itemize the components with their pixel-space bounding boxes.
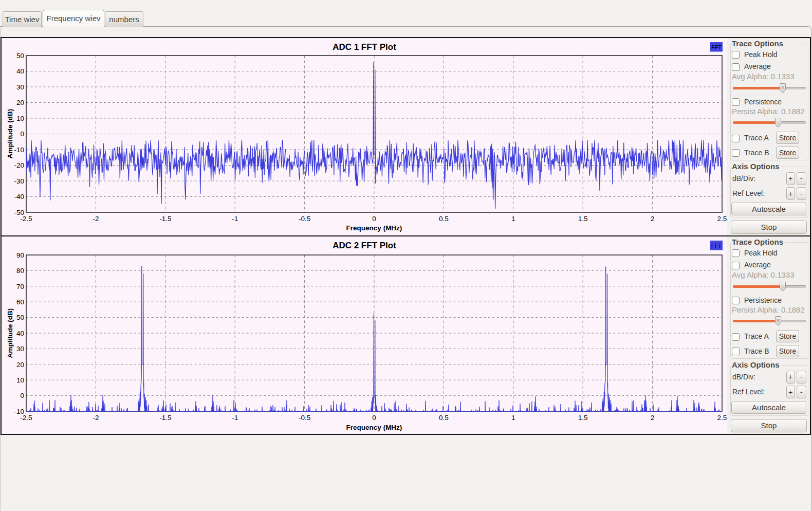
svg-text:50: 50 (16, 314, 24, 321)
svg-text:70: 70 (16, 283, 24, 290)
svg-text:-0.5: -0.5 (299, 414, 310, 422)
svg-text:1: 1 (511, 414, 515, 422)
svg-text:Frequency (MHz): Frequency (MHz) (346, 224, 402, 232)
svg-text:2.5: 2.5 (717, 215, 727, 223)
svg-text:-2.5: -2.5 (20, 215, 32, 223)
svg-text:40: 40 (16, 67, 24, 75)
svg-text:30: 30 (16, 83, 24, 91)
svg-text:-40: -40 (14, 193, 24, 200)
svg-text:2.5: 2.5 (717, 414, 727, 422)
svg-text:-10: -10 (14, 146, 24, 154)
svg-text:-30: -30 (14, 177, 24, 185)
svg-text:30: 30 (16, 345, 24, 353)
svg-text:0.5: 0.5 (439, 414, 449, 422)
svg-text:Amplitude (dB): Amplitude (dB) (6, 109, 14, 159)
svg-text:1.5: 1.5 (578, 215, 588, 223)
svg-text:10: 10 (16, 376, 24, 384)
svg-text:50: 50 (16, 52, 24, 60)
svg-text:-2: -2 (93, 215, 99, 223)
svg-text:1: 1 (511, 215, 515, 223)
svg-text:0: 0 (20, 392, 24, 399)
svg-text:40: 40 (16, 330, 24, 337)
svg-text:80: 80 (16, 267, 24, 275)
svg-text:-1.5: -1.5 (159, 215, 171, 223)
svg-text:60: 60 (16, 298, 24, 306)
svg-text:-1: -1 (232, 215, 238, 223)
svg-text:-1.5: -1.5 (159, 414, 171, 422)
svg-text:2: 2 (651, 414, 655, 422)
svg-text:ADC 1 FFT Plot: ADC 1 FFT Plot (333, 42, 396, 52)
svg-text:2: 2 (651, 215, 655, 223)
svg-text:-2.5: -2.5 (20, 414, 32, 422)
svg-text:0: 0 (372, 215, 376, 223)
svg-text:0: 0 (372, 414, 376, 422)
svg-text:FFT: FFT (711, 44, 722, 50)
svg-text:90: 90 (16, 251, 24, 259)
svg-text:20: 20 (16, 361, 24, 369)
svg-text:ADC 2 FFT Plot: ADC 2 FFT Plot (333, 241, 396, 250)
svg-text:-20: -20 (14, 161, 24, 169)
svg-text:Frequency (MHz): Frequency (MHz) (346, 424, 402, 431)
svg-text:FFT: FFT (711, 243, 722, 249)
svg-text:1.5: 1.5 (578, 414, 588, 422)
svg-text:0.5: 0.5 (439, 215, 449, 223)
svg-text:20: 20 (16, 99, 24, 106)
svg-text:0: 0 (20, 130, 24, 138)
svg-text:-1: -1 (232, 414, 238, 422)
svg-text:Amplitude (dB): Amplitude (dB) (6, 308, 14, 358)
svg-text:10: 10 (16, 115, 24, 122)
svg-text:-0.5: -0.5 (299, 215, 310, 223)
svg-text:-2: -2 (93, 414, 99, 422)
